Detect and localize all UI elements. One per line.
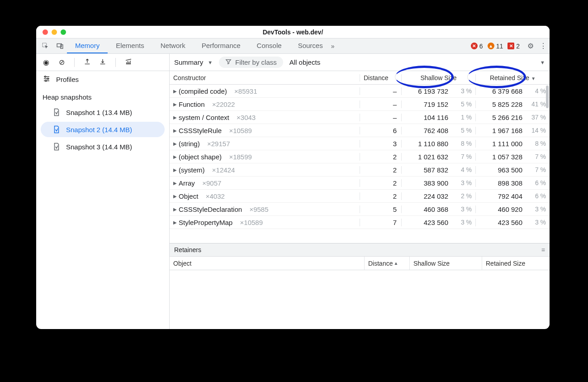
shallow-pct-cell: 4 % <box>451 166 475 173</box>
col-distance[interactable]: Distance <box>360 74 401 81</box>
tab-elements[interactable]: Elements <box>108 38 152 53</box>
chevron-down-icon: ▼ <box>208 60 213 65</box>
col-retained-size[interactable]: Retained Size▼ <box>475 74 550 81</box>
instance-count: ×22022 <box>212 100 235 108</box>
expand-icon[interactable]: ▶ <box>173 154 177 159</box>
constructor-name: StylePropertyMap <box>179 219 232 226</box>
expand-icon[interactable]: ▶ <box>173 128 177 133</box>
distance-cell: – <box>360 100 401 108</box>
device-toolbar-icon[interactable] <box>52 38 67 53</box>
view-dropdown[interactable]: Summary ▼ <box>174 58 213 66</box>
snapshot-item-1[interactable]: Snapshot 1 (13.4 MB) <box>41 105 165 120</box>
import-icon[interactable] <box>97 58 108 67</box>
instance-count: ×9585 <box>249 205 268 213</box>
inspect-element-icon[interactable] <box>38 38 52 53</box>
profiles-heading[interactable]: Profiles <box>36 71 169 87</box>
retained-size-cell: 5 266 216 <box>475 114 525 121</box>
constructor-row[interactable]: ▶ CSSStyleRule ×105896762 4085 %1 967 16… <box>170 124 550 137</box>
garbage-collect-icon[interactable] <box>123 58 134 67</box>
retained-size-cell: 460 920 <box>475 205 525 213</box>
expand-icon[interactable]: ▶ <box>173 220 177 225</box>
constructor-row[interactable]: ▶ system / Context ×3043–104 1161 %5 266… <box>170 111 550 124</box>
constructor-row[interactable]: ▶ Object ×40322224 0322 %792 4046 % <box>170 190 550 203</box>
constructor-row[interactable]: ▶ StylePropertyMap ×105897423 5603 %423 … <box>170 216 550 229</box>
issues-count-badge[interactable]: ✕2 <box>507 38 520 53</box>
hamburger-icon[interactable]: ≡ <box>541 246 545 253</box>
svg-point-5 <box>45 80 47 81</box>
tab-network[interactable]: Network <box>152 38 194 53</box>
issues-count: 2 <box>516 43 520 50</box>
shallow-size-cell: 719 152 <box>401 100 451 108</box>
error-count: 6 <box>479 43 483 50</box>
constructor-name: (compiled code) <box>179 87 227 95</box>
shallow-pct-cell: 5 % <box>451 100 475 108</box>
error-count-badge[interactable]: ✕6 <box>471 38 483 53</box>
comparison-dropdown[interactable]: All objects <box>289 58 320 66</box>
shallow-size-cell: 6 193 732 <box>401 87 451 95</box>
instance-count: ×10589 <box>240 219 263 226</box>
snapshot-label: Snapshot 3 (14.4 MB) <box>66 143 132 151</box>
settings-icon[interactable]: ⚙ <box>524 38 537 53</box>
constructor-row[interactable]: ▶ CSSStyleDeclaration ×95855460 3683 %46… <box>170 203 550 216</box>
scrollbar-thumb[interactable] <box>546 86 549 108</box>
snapshot-item-3[interactable]: Snapshot 3 (14.4 MB) <box>41 139 165 154</box>
instance-count: ×18599 <box>229 153 251 161</box>
clear-icon[interactable]: ⊘ <box>56 58 67 67</box>
memory-main-panel: Summary ▼ Filter by class All objects ▼ … <box>170 54 550 329</box>
expand-icon[interactable]: ▶ <box>173 102 177 107</box>
retained-size-cell: 5 825 228 <box>475 100 525 108</box>
export-icon[interactable] <box>82 58 93 67</box>
expand-icon[interactable]: ▶ <box>173 115 177 120</box>
filter-input[interactable]: Filter by class <box>235 58 277 66</box>
tab-memory[interactable]: Memory <box>67 38 108 53</box>
tab-performance[interactable]: Performance <box>194 38 249 53</box>
expand-icon[interactable]: ▶ <box>173 167 177 172</box>
chevron-down-icon[interactable]: ▼ <box>540 60 545 65</box>
retained-pct-cell: 7 % <box>525 153 550 160</box>
tab-console[interactable]: Console <box>249 38 290 53</box>
svg-point-3 <box>45 76 46 77</box>
retained-pct-cell: 6 % <box>525 179 550 186</box>
warning-count-badge[interactable]: ▲11 <box>488 38 503 53</box>
filter-pill[interactable]: Filter by class <box>219 57 283 68</box>
ret-col-object[interactable]: Object <box>170 257 364 270</box>
snapshot-label: Snapshot 2 (14.4 MB) <box>66 126 132 134</box>
constructor-name: system / Context <box>179 114 229 121</box>
constructor-row[interactable]: ▶ (string) ×2915731 110 8808 %1 111 0008… <box>170 137 550 150</box>
record-icon[interactable]: ◉ <box>41 58 52 67</box>
shallow-size-cell: 104 116 <box>401 114 451 121</box>
shallow-size-cell: 1 110 880 <box>401 140 451 148</box>
tab-sources[interactable]: Sources <box>290 38 331 53</box>
expand-icon[interactable]: ▶ <box>173 207 177 212</box>
shallow-size-cell: 762 408 <box>401 127 451 134</box>
constructor-row[interactable]: ▶ (system) ×124242587 8324 %963 5007 % <box>170 163 550 177</box>
more-tabs-icon[interactable]: » <box>331 38 335 53</box>
expand-icon[interactable]: ▶ <box>173 194 177 199</box>
retained-size-cell: 1 967 168 <box>475 127 525 134</box>
constructor-name: CSSStyleRule <box>179 127 222 134</box>
constructors-body[interactable]: ▶ (compiled code) ×85931–6 193 7323 %6 3… <box>170 85 550 243</box>
expand-icon[interactable]: ▶ <box>173 181 177 186</box>
expand-icon[interactable]: ▶ <box>173 141 177 146</box>
expand-icon[interactable]: ▶ <box>173 89 177 94</box>
retained-size-cell: 898 308 <box>475 179 525 187</box>
ret-col-shallow[interactable]: Shallow Size <box>409 257 482 270</box>
snapshot-item-2[interactable]: Snapshot 2 (14.4 MB) <box>41 122 165 137</box>
constructor-row[interactable]: ▶ Array ×90572383 9003 %898 3086 % <box>170 177 550 190</box>
sliders-icon <box>43 75 51 84</box>
kebab-menu-icon[interactable]: ⋮ <box>537 38 550 53</box>
constructor-row[interactable]: ▶ (object shape) ×1859921 021 6327 %1 05… <box>170 150 550 163</box>
col-constructor[interactable]: Constructor <box>170 74 360 81</box>
ret-col-distance[interactable]: Distance▲ <box>364 257 409 270</box>
retained-pct-cell: 3 % <box>525 205 550 213</box>
ret-col-retained[interactable]: Retained Size <box>482 257 550 270</box>
instance-count: ×3043 <box>237 114 256 121</box>
constructor-row[interactable]: ▶ (compiled code) ×85931–6 193 7323 %6 3… <box>170 85 550 98</box>
retained-size-cell: 6 379 668 <box>475 87 525 95</box>
col-shallow-size[interactable]: Shallow Size <box>401 74 475 81</box>
retainers-header: Retainers ≡ <box>170 243 550 257</box>
sort-asc-icon: ▲ <box>394 261 398 266</box>
constructor-row[interactable]: ▶ Function ×22022–719 1525 %5 825 22841 … <box>170 98 550 111</box>
shallow-pct-cell: 3 % <box>451 205 475 213</box>
retained-pct-cell: 3 % <box>525 219 550 226</box>
